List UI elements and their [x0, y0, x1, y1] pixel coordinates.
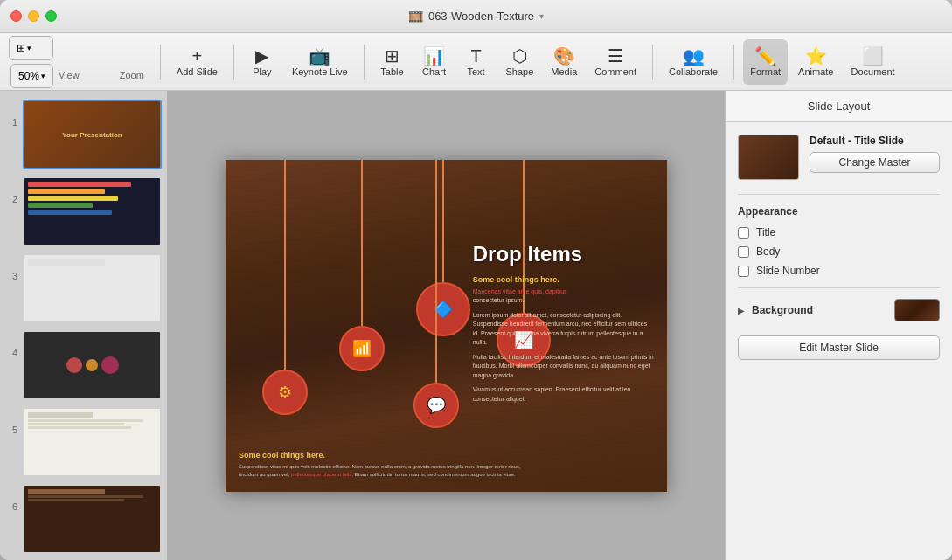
separator-1 — [160, 45, 161, 80]
background-color-swatch[interactable] — [894, 299, 940, 321]
slide-panel: 1 Your Presentation 2 — [0, 91, 168, 560]
slide-number-checkbox[interactable] — [738, 266, 749, 277]
list-item[interactable]: 6 — [3, 482, 163, 556]
slide-thumbnail-1[interactable]: Your Presentation — [23, 100, 162, 169]
slide-number-4: 4 — [5, 348, 17, 358]
toolbar: ⊞ ▾ 50% ▾ View Zoom + Add Slide ▶ Play — [0, 33, 952, 91]
format-tab-button[interactable]: ✏️ Format — [743, 39, 788, 85]
canvas-area: ⚙ 📶 🔷 📈 — [168, 91, 725, 560]
slide-number-5: 5 — [5, 425, 17, 435]
slide-thumbnail-5[interactable] — [23, 407, 162, 477]
slide-body-text-4: Vivamus ut accumsan sapien. Praesent eff… — [473, 385, 654, 404]
right-panel: Slide Layout Default - Title Slide Chang… — [725, 91, 952, 560]
shape-button[interactable]: ⬡ Shape — [499, 39, 541, 85]
separator-5 — [733, 45, 734, 80]
divider-2 — [738, 287, 940, 288]
zoom-button[interactable]: 50% ▾ — [10, 64, 53, 88]
slide-number-2: 2 — [5, 194, 17, 204]
title-bar: 🎞️ 063-Wooden-Texture ▾ — [0, 0, 952, 33]
slide-thumbnail-2[interactable] — [23, 176, 162, 246]
chart-button[interactable]: 📊 Chart — [415, 39, 454, 85]
slide-thumbnail-3[interactable] — [23, 253, 162, 323]
shape-icon: ⬡ — [512, 47, 527, 65]
view-chevron-icon: ▾ — [27, 44, 31, 52]
slide-body-text-2: Lorem ipsum dolor sit amet, consectetur … — [473, 311, 654, 348]
app-window: 🎞️ 063-Wooden-Texture ▾ ⊞ ▾ 50% ▾ View Z… — [0, 0, 952, 560]
media-icon: 🎨 — [553, 47, 575, 65]
fullscreen-button[interactable] — [45, 10, 57, 22]
traffic-lights — [10, 10, 57, 22]
change-master-button[interactable]: Change Master — [810, 152, 940, 173]
slide-link-text: pellentesque placerat felis. — [291, 472, 353, 477]
text-icon: T — [470, 47, 481, 65]
slide-highlighted-text: Maecenas vitae ante quis, dapibus — [473, 288, 567, 294]
comment-icon: ☰ — [608, 47, 623, 65]
slide-bottom-text: Suspendisse vitae mi quis velit molestie… — [239, 463, 654, 479]
slide-thumbnail-4[interactable] — [23, 330, 162, 400]
document-tab-button[interactable]: ⬜ Document — [844, 39, 901, 85]
document-tab-icon: ⬜ — [862, 47, 884, 65]
background-section: ▶ Background — [738, 299, 940, 321]
animate-tab-button[interactable]: ⭐ Animate — [791, 39, 840, 85]
animate-tab-icon: ⭐ — [805, 47, 827, 65]
separator-4 — [652, 45, 653, 80]
slide-title: Drop Items — [473, 242, 654, 266]
format-tab-icon: ✏️ — [754, 47, 776, 65]
slide-number-6: 6 — [5, 501, 17, 512]
panel-content: Default - Title Slide Change Master Appe… — [726, 122, 952, 560]
collaborate-button[interactable]: 👥 Collaborate — [662, 39, 725, 85]
slide-bottom-title: Some cool things here. — [239, 451, 654, 460]
slide-number-checkbox-label[interactable]: Slide Number — [756, 265, 820, 277]
title-checkbox[interactable] — [738, 227, 749, 239]
window-title: 063-Wooden-Texture — [428, 10, 534, 23]
table-icon: ⊞ — [385, 47, 400, 65]
appearance-label: Appearance — [738, 205, 940, 218]
slide-bottom-section: Some cool things here. Suspendisse vitae… — [226, 442, 667, 492]
list-item[interactable]: 5 — [3, 405, 163, 479]
slide-subtitle: Some cool things here. — [473, 275, 654, 284]
separator-2 — [233, 45, 234, 80]
view-zoom-group: ⊞ ▾ 50% ▾ — [9, 36, 53, 88]
list-item[interactable]: 4 — [3, 328, 163, 402]
play-button[interactable]: ▶ Play — [243, 39, 281, 85]
keynote-live-button[interactable]: 📺 Keynote Live — [285, 39, 355, 85]
media-button[interactable]: 🎨 Media — [544, 39, 584, 85]
title-checkbox-label[interactable]: Title — [756, 226, 775, 239]
window-title-area: 🎞️ 063-Wooden-Texture ▾ — [408, 10, 544, 24]
slide-number-1: 1 — [5, 117, 17, 128]
text-button[interactable]: T Text — [457, 39, 496, 85]
zoom-value: 50% — [18, 70, 39, 82]
divider-1 — [738, 194, 940, 195]
slide-number-checkbox-row: Slide Number — [738, 265, 940, 277]
layout-preview-section: Default - Title Slide Change Master — [738, 135, 940, 180]
list-item[interactable]: 1 Your Presentation — [3, 98, 163, 171]
play-icon: ▶ — [255, 47, 268, 65]
view-icon: ⊞ — [17, 42, 25, 54]
close-button[interactable] — [10, 10, 22, 22]
list-item[interactable]: 3 — [3, 252, 163, 325]
slide-thumbnail-6[interactable] — [23, 484, 162, 554]
zoom-label: Zoom — [120, 70, 144, 80]
body-checkbox-row: Body — [738, 245, 940, 258]
slide-body-text-1: Maecenas vitae ante quis, dapibus consec… — [473, 287, 654, 306]
dropdown-chevron-icon[interactable]: ▾ — [539, 11, 544, 21]
layout-name: Default - Title Slide — [810, 135, 940, 147]
minimize-button[interactable] — [28, 10, 39, 22]
body-checkbox-label[interactable]: Body — [756, 245, 780, 258]
list-item[interactable]: 2 — [3, 175, 163, 248]
collaborate-icon: 👥 — [683, 47, 705, 65]
slide-number-3: 3 — [5, 271, 17, 281]
add-slide-button[interactable]: + Add Slide — [170, 39, 225, 85]
view-button[interactable]: ⊞ ▾ — [9, 36, 53, 60]
title-checkbox-row: Title — [738, 226, 940, 239]
add-slide-icon: + — [192, 47, 203, 65]
background-disclosure-icon[interactable]: ▶ — [738, 306, 745, 315]
slide-canvas[interactable]: ⚙ 📶 🔷 📈 — [226, 160, 667, 492]
zoom-chevron-icon: ▾ — [41, 72, 45, 80]
slide-body-text-3: Nulla facilisi. Interdum et malesuada fa… — [473, 353, 654, 381]
comment-button[interactable]: ☰ Comment — [587, 39, 643, 85]
background-label: Background — [752, 304, 887, 316]
table-button[interactable]: ⊞ Table — [373, 39, 412, 85]
body-checkbox[interactable] — [738, 246, 749, 258]
edit-master-slide-button[interactable]: Edit Master Slide — [738, 335, 940, 360]
